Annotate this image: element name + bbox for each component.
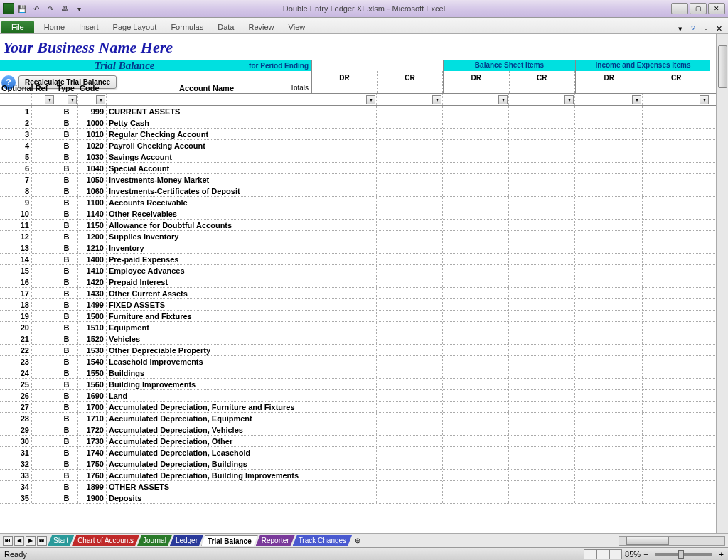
cell-code[interactable]: 1030 — [78, 151, 107, 162]
cell-cr3[interactable] — [643, 106, 710, 117]
cell-ref[interactable] — [32, 367, 55, 378]
cell-dr2[interactable] — [443, 276, 509, 287]
cell-dr3[interactable] — [575, 333, 643, 344]
cell-dr1[interactable] — [311, 220, 377, 230]
cell-dr1[interactable] — [311, 311, 377, 321]
cell-account[interactable]: Investments-Money Market — [107, 174, 311, 185]
cell-dr1[interactable] — [311, 458, 377, 469]
cell-cr3[interactable] — [643, 254, 710, 264]
cell-type[interactable]: B — [55, 356, 78, 367]
cell-type[interactable]: B — [55, 322, 78, 333]
cell-dr1[interactable] — [311, 299, 377, 310]
cell-cr1[interactable] — [377, 288, 443, 298]
cell-code[interactable]: 1000 — [78, 117, 107, 128]
cell-account[interactable]: Other Depreciable Property — [107, 345, 311, 355]
cell-ref[interactable] — [32, 129, 55, 139]
qat-undo-icon[interactable]: ↶ — [30, 2, 43, 15]
tab-nav-first[interactable]: ⏮ — [3, 536, 13, 546]
cell-dr2[interactable] — [443, 140, 509, 151]
cell-type[interactable]: B — [55, 129, 78, 139]
cell-cr2[interactable] — [509, 231, 575, 242]
tab-nav-next[interactable]: ▶ — [26, 536, 36, 546]
cell-cr2[interactable] — [509, 254, 575, 264]
cell-cr3[interactable] — [643, 413, 710, 424]
cell-cr3[interactable] — [643, 129, 710, 139]
cell-type[interactable]: B — [55, 379, 78, 389]
filter-dr3-dropdown[interactable]: ▾ — [632, 95, 641, 104]
cell-account[interactable]: Leasehold Improvements — [107, 356, 311, 367]
filter-cr2-dropdown[interactable]: ▾ — [564, 95, 574, 104]
cell-dr2[interactable] — [443, 185, 509, 196]
cell-ref[interactable] — [32, 390, 55, 401]
cell-ref[interactable] — [32, 254, 55, 264]
cell-dr1[interactable] — [311, 356, 377, 367]
cell-account[interactable]: Pre-paid Expenses — [107, 254, 311, 264]
table-row[interactable]: 8B1060Investments-Certificates of Deposi… — [0, 185, 728, 197]
table-row[interactable]: 11B1150Allowance for Doubtful Accounts — [0, 220, 728, 231]
cell-type[interactable]: B — [55, 265, 78, 276]
cell-dr1[interactable] — [311, 424, 377, 435]
cell-dr3[interactable] — [575, 265, 643, 276]
cell-dr1[interactable] — [311, 129, 377, 139]
table-row[interactable]: 18B1499FIXED ASSETS — [0, 299, 728, 311]
filter-code-dropdown[interactable]: ▾ — [96, 95, 105, 104]
data-grid[interactable]: 1B999CURRENT ASSETS2B1000Petty Cash3B101… — [0, 106, 728, 531]
tab-nav-prev[interactable]: ◀ — [14, 536, 24, 546]
cell-ref[interactable] — [32, 197, 55, 208]
sheet-tab-chart[interactable]: Chart of Accounts — [72, 535, 139, 546]
cell-dr2[interactable] — [443, 424, 509, 435]
cell-dr3[interactable] — [575, 163, 643, 173]
cell-code[interactable]: 1750 — [78, 458, 107, 469]
cell-dr2[interactable] — [443, 322, 509, 333]
cell-type[interactable]: B — [55, 492, 78, 503]
cell-dr2[interactable] — [443, 492, 509, 503]
cell-ref[interactable] — [32, 140, 55, 151]
cell-cr3[interactable] — [643, 117, 710, 128]
table-row[interactable]: 2B1000Petty Cash — [0, 117, 728, 129]
cell-cr1[interactable] — [377, 402, 443, 412]
cell-dr1[interactable] — [311, 333, 377, 344]
cell-cr3[interactable] — [643, 185, 710, 196]
cell-ref[interactable] — [32, 288, 55, 298]
filter-ref-dropdown[interactable]: ▾ — [45, 95, 54, 104]
cell-dr1[interactable] — [311, 254, 377, 264]
cell-cr2[interactable] — [509, 140, 575, 151]
cell-cr2[interactable] — [509, 436, 575, 446]
cell-cr3[interactable] — [643, 424, 710, 435]
table-row[interactable]: 27B1700Accumulated Depreciation, Furnitu… — [0, 402, 728, 413]
cell-cr2[interactable] — [509, 311, 575, 321]
ribbon-tab-data[interactable]: Data — [210, 21, 241, 33]
cell-cr2[interactable] — [509, 129, 575, 139]
cell-account[interactable]: Accumulated Depreciation, Leasehold — [107, 447, 311, 458]
cell-account[interactable]: Accumulated Depreciation, Building Impro… — [107, 470, 311, 480]
cell-code[interactable]: 1510 — [78, 322, 107, 333]
cell-cr3[interactable] — [643, 333, 710, 344]
cell-cr3[interactable] — [643, 492, 710, 503]
cell-type[interactable]: B — [55, 447, 78, 458]
cell-cr2[interactable] — [509, 174, 575, 185]
cell-dr3[interactable] — [575, 424, 643, 435]
cell-dr3[interactable] — [575, 311, 643, 321]
cell-cr2[interactable] — [509, 163, 575, 173]
cell-cr1[interactable] — [377, 140, 443, 151]
cell-ref[interactable] — [32, 402, 55, 412]
table-row[interactable]: 21B1520Vehicles — [0, 333, 728, 345]
cell-cr3[interactable] — [643, 436, 710, 446]
cell-type[interactable]: B — [55, 208, 78, 219]
sheet-tab-trial-balance[interactable]: Trial Balance — [201, 535, 258, 546]
cell-cr3[interactable] — [643, 356, 710, 367]
cell-dr1[interactable] — [311, 208, 377, 219]
cell-cr3[interactable] — [643, 402, 710, 412]
table-row[interactable]: 20B1510Equipment — [0, 322, 728, 333]
cell-dr3[interactable] — [575, 254, 643, 264]
zoom-in-icon[interactable]: + — [719, 550, 724, 559]
cell-account[interactable]: Accumulated Depreciation, Other — [107, 436, 311, 446]
cell-dr1[interactable] — [311, 276, 377, 287]
cell-account[interactable]: Prepaid Interest — [107, 276, 311, 287]
cell-ref[interactable] — [32, 265, 55, 276]
cell-type[interactable]: B — [55, 333, 78, 344]
cell-cr3[interactable] — [643, 322, 710, 333]
cell-cr2[interactable] — [509, 458, 575, 469]
filter-dr1-dropdown[interactable]: ▾ — [366, 95, 375, 104]
cell-code[interactable]: 1500 — [78, 311, 107, 321]
